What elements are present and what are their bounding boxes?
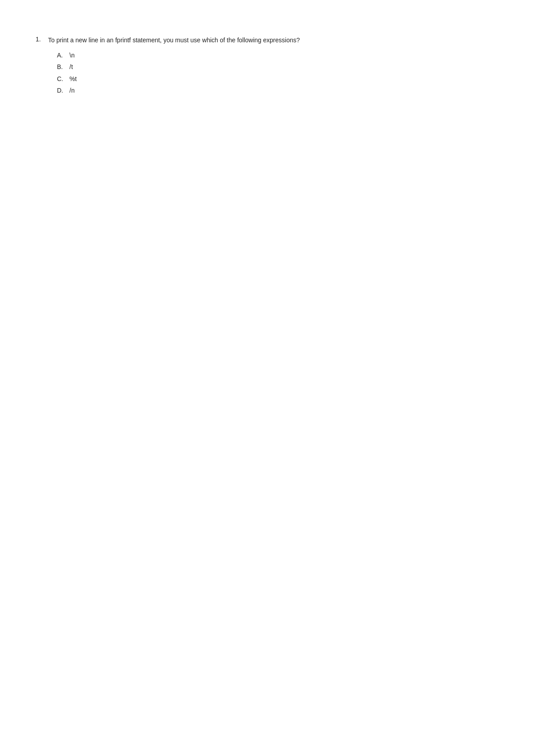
question-text: To print a new line in an fprintf statem… (48, 36, 300, 45)
option-a-label: A. (57, 50, 66, 60)
page-container: 1. To print a new line in an fprintf sta… (0, 0, 534, 140)
question-number: 1. (36, 36, 44, 96)
option-d[interactable]: D. /n (57, 85, 300, 95)
option-d-text: /n (69, 85, 75, 95)
option-d-label: D. (57, 85, 66, 95)
option-a-text: \n (69, 50, 75, 60)
option-c[interactable]: C. %t (57, 74, 300, 84)
option-c-text: %t (69, 74, 77, 84)
answer-options: A. \n B. /t C. %t D. /n (48, 50, 300, 96)
option-b-text: /t (69, 62, 73, 72)
question-content: To print a new line in an fprintf statem… (48, 36, 300, 96)
option-b-label: B. (57, 62, 66, 72)
option-a[interactable]: A. \n (57, 50, 300, 60)
option-c-label: C. (57, 74, 66, 84)
option-b[interactable]: B. /t (57, 62, 300, 72)
question-1: 1. To print a new line in an fprintf sta… (36, 36, 498, 96)
